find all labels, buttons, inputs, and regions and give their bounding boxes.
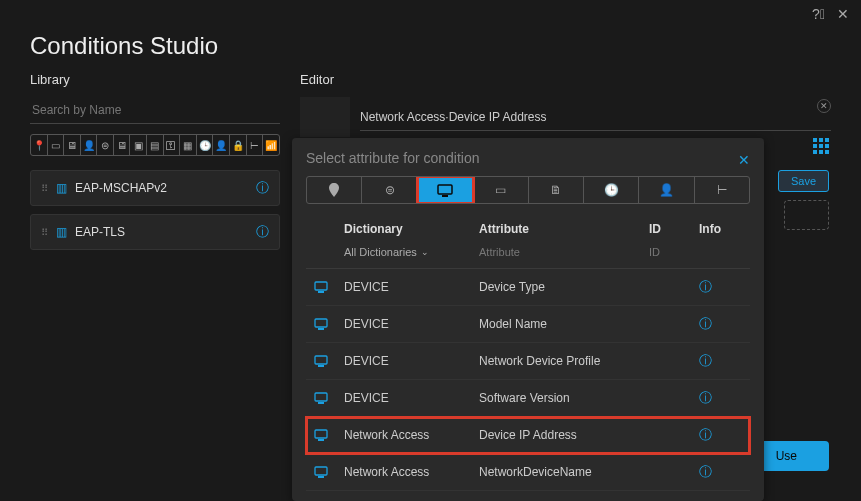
svg-rect-6 [813, 150, 817, 154]
user-icon[interactable]: 👤 [81, 135, 98, 155]
filter-icon-row: 📍 ▭ 🖥 👤 ⊜ 🖥 ▣ ▤ ⚿ ▦ 🕒 👤 🔒 ⊢ 📶 [30, 134, 280, 156]
svg-rect-0 [813, 138, 817, 142]
condition-item[interactable]: ⠿ ▥ EAP-MSCHAPv2 ⓘ [30, 170, 280, 206]
row-dictionary: Network Access [344, 428, 479, 442]
doc-icon[interactable]: ▦ [180, 135, 197, 155]
attribute-selector-modal: ✕ Select attribute for condition ⊜ ▭ 🗎 🕒… [292, 138, 764, 501]
tab-user[interactable]: 👤 [639, 177, 694, 203]
tab-doc[interactable]: 🗎 [529, 177, 584, 203]
tree-icon[interactable]: ⊢ [247, 135, 264, 155]
svg-rect-20 [318, 439, 324, 441]
save-button[interactable]: Save [778, 170, 829, 192]
row-dictionary: Network Access [344, 465, 479, 479]
group-icon[interactable]: ⊜ [97, 135, 114, 155]
svg-rect-16 [318, 365, 324, 367]
tab-device[interactable] [418, 177, 473, 203]
info-icon[interactable]: ⓘ [699, 426, 742, 444]
attribute-row[interactable]: DEVICESoftware Versionⓘ [306, 380, 750, 417]
svg-rect-19 [315, 430, 327, 438]
device-icon [314, 466, 344, 478]
device-icon [314, 281, 344, 293]
device-icon [314, 429, 344, 441]
svg-rect-18 [318, 402, 324, 404]
filter-id[interactable]: ID [649, 246, 699, 258]
pin-icon[interactable]: 📍 [31, 135, 48, 155]
help-icon[interactable]: ?⃝ [812, 6, 825, 22]
info-icon[interactable]: ⓘ [699, 463, 742, 481]
info-icon[interactable]: ⓘ [699, 352, 742, 370]
category-tabs: ⊜ ▭ 🗎 🕒 👤 ⊢ [306, 176, 750, 204]
filter-row: All Dictionaries ⌄ Attribute ID [306, 242, 750, 269]
filter-dictionary[interactable]: All Dictionaries ⌄ [344, 246, 479, 258]
editor-thumb[interactable] [300, 97, 350, 137]
clock-icon[interactable]: 🕒 [197, 135, 214, 155]
svg-rect-12 [318, 291, 324, 293]
chevron-down-icon: ⌄ [421, 247, 429, 257]
editor-label: Editor [300, 72, 831, 87]
condition-name: EAP-TLS [75, 225, 256, 239]
tab-hierarchy[interactable]: ⊢ [695, 177, 749, 203]
info-icon[interactable]: ⓘ [256, 179, 269, 197]
clear-icon[interactable]: ✕ [817, 99, 831, 113]
svg-rect-4 [819, 144, 823, 148]
svg-rect-3 [813, 144, 817, 148]
row-dictionary: DEVICE [344, 354, 479, 368]
row-dictionary: DEVICE [344, 391, 479, 405]
person-icon[interactable]: 👤 [213, 135, 230, 155]
svg-rect-1 [819, 138, 823, 142]
library-label: Library [30, 72, 280, 87]
svg-rect-5 [825, 144, 829, 148]
row-dictionary: DEVICE [344, 317, 479, 331]
svg-rect-13 [315, 319, 327, 327]
device-icon[interactable]: ▤ [147, 135, 164, 155]
svg-rect-9 [438, 185, 452, 194]
drag-handle-icon[interactable]: ⠿ [41, 183, 48, 194]
search-input[interactable] [30, 97, 280, 124]
attribute-row[interactable]: DEVICEModel Nameⓘ [306, 306, 750, 343]
condition-item[interactable]: ⠿ ▥ EAP-TLS ⓘ [30, 214, 280, 250]
info-icon[interactable]: ⓘ [699, 389, 742, 407]
svg-rect-22 [318, 476, 324, 478]
row-dictionary: DEVICE [344, 280, 479, 294]
monitor-icon[interactable]: 🖥 [64, 135, 81, 155]
attribute-row[interactable]: DEVICEDevice Typeⓘ [306, 269, 750, 306]
device-icon [314, 318, 344, 330]
document-icon: ▥ [56, 181, 67, 195]
col-info: Info [699, 222, 742, 236]
attribute-row[interactable]: Network AccessNetworkDeviceNameⓘ [306, 454, 750, 491]
attribute-row[interactable]: DEVICENetwork Device Profileⓘ [306, 343, 750, 380]
drag-handle-icon[interactable]: ⠿ [41, 227, 48, 238]
wifi-icon[interactable]: 📶 [263, 135, 279, 155]
key-icon[interactable]: ⚿ [164, 135, 181, 155]
row-attribute: Device IP Address [479, 428, 649, 442]
document-icon: ▥ [56, 225, 67, 239]
editor-field[interactable]: Network Access·Device IP Address [360, 104, 831, 131]
row-attribute: Model Name [479, 317, 649, 331]
info-icon[interactable]: ⓘ [699, 315, 742, 333]
row-attribute: Device Type [479, 280, 649, 294]
svg-rect-11 [315, 282, 327, 290]
device-icon [314, 392, 344, 404]
filter-attribute[interactable]: Attribute [479, 246, 649, 258]
svg-rect-2 [825, 138, 829, 142]
dropzone[interactable] [784, 200, 829, 230]
info-icon[interactable]: ⓘ [256, 223, 269, 241]
card-icon[interactable]: ▭ [48, 135, 65, 155]
tab-clock[interactable]: 🕒 [584, 177, 639, 203]
svg-rect-21 [315, 467, 327, 475]
modal-close-icon[interactable]: ✕ [738, 152, 750, 168]
close-icon[interactable]: ✕ [837, 6, 849, 22]
tab-location[interactable] [307, 177, 362, 203]
tab-id[interactable]: ▭ [473, 177, 528, 203]
col-dictionary: Dictionary [344, 222, 479, 236]
screen-icon[interactable]: ▣ [130, 135, 147, 155]
table-header: Dictionary Attribute ID Info [306, 216, 750, 242]
attribute-row[interactable]: Network AccessDevice IP Addressⓘ [306, 417, 750, 454]
desktop-icon[interactable]: 🖥 [114, 135, 131, 155]
lock-icon[interactable]: 🔒 [230, 135, 247, 155]
info-icon[interactable]: ⓘ [699, 278, 742, 296]
svg-rect-7 [819, 150, 823, 154]
view-grid-icon[interactable] [813, 138, 829, 154]
svg-rect-8 [825, 150, 829, 154]
tab-globe[interactable]: ⊜ [362, 177, 417, 203]
